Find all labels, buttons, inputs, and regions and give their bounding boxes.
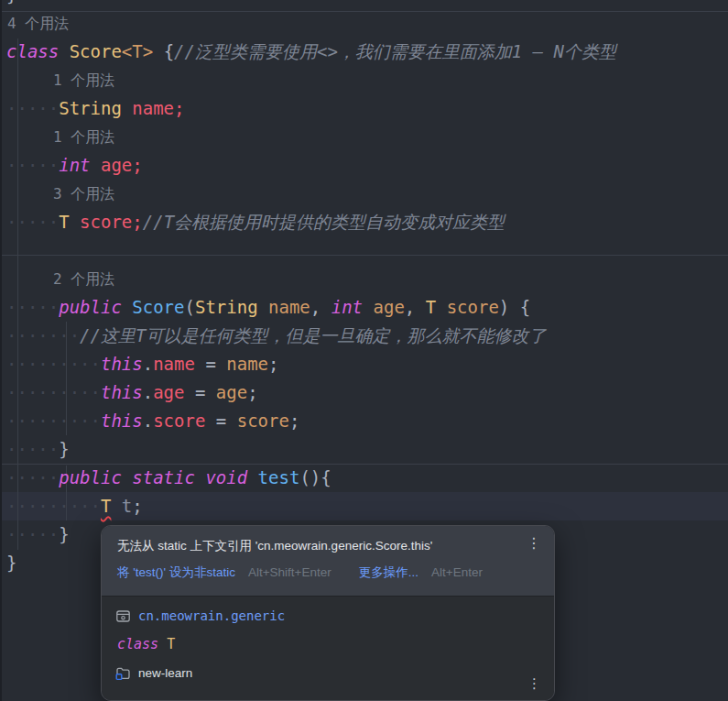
code-token: ····· <box>6 467 59 487</box>
quickfix-shortcut: Alt+Shift+Enter <box>248 564 331 581</box>
code-token: { <box>164 41 174 61</box>
code-token: void <box>205 467 247 487</box>
code-line[interactable]: class Score<T> {//泛型类需要使用<>，我们需要在里面添加1 –… <box>0 38 728 66</box>
code-token: . <box>143 354 153 374</box>
inlay-hint-usages[interactable]: 1 个用法 <box>0 123 728 151</box>
code-token <box>509 297 519 317</box>
code-token <box>247 467 257 487</box>
code-token: = <box>185 382 216 402</box>
code-line[interactable]: ·····String name; <box>0 94 728 123</box>
code-token: ) <box>499 297 509 317</box>
code-token: } <box>6 0 16 5</box>
code-token: . <box>143 411 153 431</box>
quickfix-row: 将 'test()' 设为非static Alt+Shift+Enter 更多操… <box>117 564 541 581</box>
code-token: ········· <box>6 354 101 374</box>
code-token: (){ <box>299 467 331 487</box>
code-line[interactable]: } <box>0 0 728 9</box>
code-token: ( <box>185 297 195 317</box>
code-token: public <box>59 467 122 487</box>
code-line[interactable]: ·····} <box>0 435 728 464</box>
code-line[interactable] <box>0 236 728 265</box>
code-token: //这里T可以是任何类型，但是一旦确定，那么就不能修改了 <box>80 325 546 345</box>
code-token <box>321 297 331 317</box>
code-token: class <box>6 41 59 61</box>
code-line[interactable]: ·····int age; <box>0 151 728 180</box>
error-message: 无法从 static 上下文引用 'cn.meowrain.generic.Sc… <box>117 538 541 554</box>
code-token: age <box>216 382 247 402</box>
code-token <box>70 212 80 232</box>
code-token: ; <box>174 98 184 118</box>
code-line[interactable]: ·········this.age = age; <box>0 378 728 407</box>
code-token: , <box>405 297 415 317</box>
package-icon <box>115 608 131 624</box>
code-line[interactable]: ·····T score;//T会根据使用时提供的类型自动变成对应类型 <box>0 208 728 236</box>
module-icon <box>115 665 131 681</box>
code-line[interactable]: ·····public Score(String name, int age, … <box>0 293 728 322</box>
code-token: } <box>59 439 69 459</box>
code-token: ; <box>268 354 278 374</box>
code-line[interactable]: ·········this.score = score; <box>0 407 728 435</box>
quickfix-link[interactable]: 将 'test()' 设为非static <box>117 564 235 581</box>
code-token: ; <box>289 411 299 431</box>
code-token: Score <box>132 297 184 317</box>
error-token: T <box>101 496 111 516</box>
code-token: ····· <box>6 98 59 118</box>
code-token: score <box>80 212 132 232</box>
code-token: name <box>153 354 195 374</box>
code-line[interactable]: ·······//这里T可以是任何类型，但是一旦确定，那么就不能修改了 <box>0 322 728 350</box>
code-line[interactable]: ·········this.name = name; <box>0 350 728 378</box>
module-name: new-learn <box>138 666 192 680</box>
kebab-menu-icon[interactable]: ⋮ <box>527 536 541 551</box>
code-token: Score <box>70 41 122 61</box>
code-token: ········· <box>6 496 101 516</box>
more-actions-link[interactable]: 更多操作... <box>359 564 418 581</box>
code-token: name <box>268 297 310 317</box>
inlay-hint-usages[interactable]: 4 个用法 <box>0 9 728 38</box>
code-area: }4 个用法class Score<T> {//泛型类需要使用<>，我们需要在里… <box>0 0 728 577</box>
code-line[interactable]: ·········T t; <box>0 492 728 520</box>
code-token: name <box>226 354 268 374</box>
code-token: age <box>153 382 184 402</box>
package-name: cn.meowrain.generic <box>138 608 285 623</box>
inlay-hint-usages[interactable]: 1 个用法 <box>0 66 728 94</box>
module-row: new-learn <box>115 663 541 683</box>
code-token: ; <box>132 496 142 516</box>
code-token <box>258 297 268 317</box>
code-token: score <box>447 297 499 317</box>
code-token: ····· <box>6 524 59 544</box>
code-token: //T会根据使用时提供的类型自动变成对应类型 <box>143 212 505 232</box>
code-token: this <box>101 382 143 402</box>
inlay-hint-usages[interactable]: 2 个用法 <box>0 265 728 293</box>
code-token: T <box>426 297 436 317</box>
code-token: ····· <box>6 155 59 175</box>
code-token: = <box>205 411 236 431</box>
code-token: } <box>6 553 16 573</box>
code-token: String <box>59 98 122 118</box>
inlay-hint-usages[interactable]: 3 个用法 <box>0 180 728 208</box>
code-token: ····· <box>6 439 59 459</box>
error-tooltip-header: 无法从 static 上下文引用 'cn.meowrain.generic.Sc… <box>102 526 554 596</box>
code-token <box>122 297 132 317</box>
code-token: ; <box>247 382 257 402</box>
code-token <box>91 155 101 175</box>
code-token: //泛型类需要使用<>，我们需要在里面添加1 – N个类型 <box>174 41 616 61</box>
code-token: T <box>59 212 69 232</box>
package-row: cn.meowrain.generic <box>115 606 541 626</box>
class-keyword: class <box>117 636 158 652</box>
more-actions-shortcut: Alt+Enter <box>431 564 483 581</box>
code-token: , <box>310 297 321 317</box>
code-token: test <box>258 467 300 487</box>
code-token: { <box>520 297 530 317</box>
code-token: score <box>237 411 289 431</box>
code-token: int <box>331 297 363 317</box>
error-tooltip: 无法从 static 上下文引用 'cn.meowrain.generic.Sc… <box>101 525 555 701</box>
code-line[interactable]: ·····public static void test(){ <box>0 464 728 492</box>
code-token: this <box>101 411 143 431</box>
editor-left-edge <box>0 0 2 701</box>
code-token: ····· <box>6 212 59 232</box>
code-token: t <box>122 496 132 516</box>
kebab-menu-icon[interactable]: ⋮ <box>527 675 541 692</box>
code-token: static <box>132 467 195 487</box>
code-token <box>153 41 163 61</box>
code-token <box>436 297 446 317</box>
